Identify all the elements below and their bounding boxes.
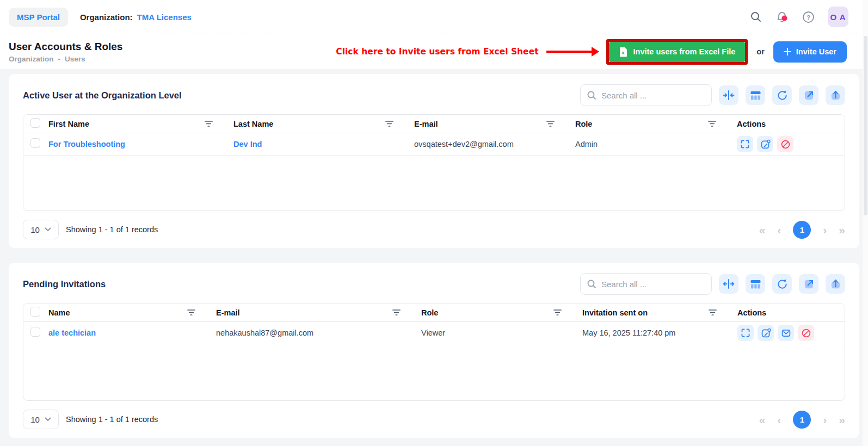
- pending-invitations-card: Pending Invitations: [9, 263, 859, 438]
- pending-invitations-table: Name E-mail Role Invitation sent on Acti…: [23, 303, 845, 401]
- scrollbar-thumb[interactable]: [864, 36, 867, 215]
- current-page-button[interactable]: 1: [793, 221, 811, 239]
- page-size-select[interactable]: 10: [23, 410, 59, 429]
- search-icon: [587, 90, 596, 100]
- current-page-button[interactable]: 1: [793, 411, 811, 429]
- first-page-button[interactable]: «: [759, 414, 766, 425]
- pagination: « ‹ 1 › »: [759, 221, 845, 239]
- edit-row-button[interactable]: [757, 136, 773, 152]
- filter-icon[interactable]: [391, 308, 402, 317]
- col-email: E-mail: [216, 308, 240, 317]
- edit-row-button[interactable]: [758, 325, 774, 341]
- cell-email: ovsqatest+dev2@gmail.com: [411, 140, 572, 148]
- pending-invitations-title: Pending Invitations: [23, 279, 106, 289]
- active-users-table: First Name Last Name E-mail Role Actions…: [23, 114, 845, 211]
- expand-icon: [740, 139, 750, 149]
- table-row: For Troubleshooting Dev Ind ovsqatest+de…: [23, 133, 845, 156]
- active-users-search-input[interactable]: [580, 84, 712, 106]
- table-empty-space: [23, 344, 845, 400]
- last-page-button[interactable]: »: [839, 414, 845, 425]
- cell-name[interactable]: ale techician: [45, 329, 213, 337]
- organization-name-link[interactable]: TMA Licenses: [137, 13, 192, 22]
- external-link-icon: [803, 278, 815, 290]
- last-page-button[interactable]: »: [839, 224, 845, 236]
- breadcrumb-parent[interactable]: Organization: [9, 55, 54, 63]
- filter-icon[interactable]: [707, 308, 718, 317]
- open-external-button[interactable]: [799, 85, 818, 105]
- envelope-icon: [781, 328, 791, 338]
- cell-first-name[interactable]: For Troubleshooting: [45, 140, 230, 148]
- invite-user-button[interactable]: Invite User: [773, 41, 847, 63]
- topbar-icons: ? O A: [749, 7, 848, 27]
- row-checkbox[interactable]: [30, 138, 40, 148]
- cell-email: nehakaushal87@gmail.com: [213, 329, 418, 337]
- row-checkbox[interactable]: [30, 327, 40, 337]
- excel-button-label: Invite users from Excel File: [633, 47, 736, 56]
- select-all-checkbox[interactable]: [30, 118, 40, 128]
- resend-invitation-button[interactable]: [778, 325, 794, 341]
- filter-icon[interactable]: [545, 119, 556, 128]
- external-link-icon: [803, 90, 815, 101]
- expand-columns-button[interactable]: [719, 274, 738, 294]
- filter-icon[interactable]: [552, 308, 563, 317]
- invite-users-from-excel-button[interactable]: x Invite users from Excel File: [609, 42, 746, 62]
- pending-search: [580, 273, 712, 295]
- ban-icon: [780, 139, 791, 150]
- notifications-bell-icon[interactable]: [775, 10, 789, 23]
- select-all-checkbox[interactable]: [30, 307, 40, 317]
- pending-footer: 10 Showing 1 - 1 of 1 records « ‹ 1 › »: [9, 401, 859, 438]
- msp-portal-button[interactable]: MSP Portal: [9, 8, 68, 27]
- breadcrumb-separator: -: [58, 55, 61, 63]
- refresh-icon: [777, 90, 788, 101]
- filter-icon[interactable]: [204, 119, 214, 128]
- expand-icon: [741, 328, 750, 338]
- next-page-button[interactable]: ›: [823, 414, 827, 425]
- refresh-button[interactable]: [772, 274, 792, 294]
- col-invitation-sent-on: Invitation sent on: [582, 308, 648, 317]
- first-page-button[interactable]: «: [759, 224, 766, 236]
- collapse-columns-button[interactable]: [719, 85, 738, 105]
- content-area: Active User at the Organization Level: [0, 69, 868, 446]
- pending-search-input[interactable]: [580, 273, 712, 295]
- expand-row-button[interactable]: [737, 325, 754, 341]
- filter-icon[interactable]: [707, 119, 717, 128]
- expand-columns-icon: [723, 278, 735, 290]
- page-size-value: 10: [30, 415, 40, 424]
- refresh-button[interactable]: [772, 85, 792, 105]
- chevron-down-icon: [45, 227, 51, 232]
- previous-page-button[interactable]: ‹: [777, 414, 781, 425]
- filter-icon[interactable]: [186, 308, 196, 317]
- pending-table-header: Name E-mail Role Invitation sent on Acti…: [23, 303, 845, 322]
- vertical-scrollbar[interactable]: [863, 0, 868, 446]
- col-actions: Actions: [737, 120, 766, 128]
- page-size-select[interactable]: 10: [23, 220, 59, 239]
- user-avatar[interactable]: O A: [828, 7, 848, 27]
- open-external-button[interactable]: [799, 274, 818, 294]
- edit-icon: [761, 328, 771, 338]
- previous-page-button[interactable]: ‹: [777, 224, 781, 236]
- showing-records-text: Showing 1 - 1 of 1 records: [66, 225, 158, 234]
- breadcrumb: Organization - Users: [9, 55, 122, 63]
- disable-row-button[interactable]: [777, 136, 793, 152]
- col-first-name: First Name: [48, 120, 89, 128]
- export-upload-button[interactable]: [826, 274, 845, 294]
- page-size-value: 10: [30, 225, 40, 234]
- columns-button[interactable]: [746, 274, 765, 294]
- col-actions: Actions: [737, 308, 766, 317]
- cell-last-name[interactable]: Dev Ind: [230, 140, 411, 148]
- revoke-invitation-button[interactable]: [798, 325, 814, 341]
- showing-records-text: Showing 1 - 1 of 1 records: [66, 415, 158, 424]
- export-upload-button[interactable]: [826, 85, 845, 105]
- filter-icon[interactable]: [384, 119, 395, 128]
- next-page-button[interactable]: ›: [823, 224, 827, 236]
- annotation-arrow-icon: [546, 51, 592, 53]
- help-icon[interactable]: ?: [802, 10, 815, 23]
- columns-button[interactable]: [746, 85, 765, 105]
- active-users-search: [580, 84, 712, 106]
- search-icon[interactable]: [749, 10, 762, 23]
- expand-row-button[interactable]: [737, 136, 753, 152]
- cell-role: Admin: [572, 140, 734, 148]
- page-header: User Accounts & Roles Organization - Use…: [0, 34, 868, 69]
- organization-switcher: Organization: TMA Licenses: [80, 13, 192, 22]
- columns-icon: [750, 90, 761, 101]
